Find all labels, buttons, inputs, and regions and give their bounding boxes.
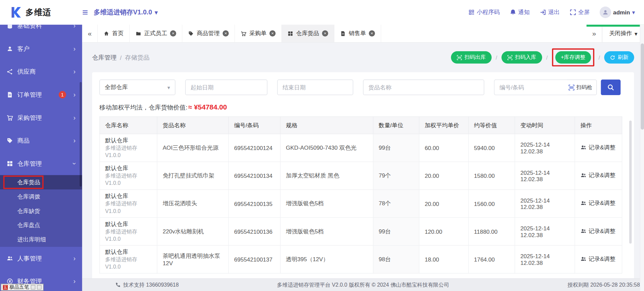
scan-gun-label: 扫码枪 [576, 84, 592, 91]
summary-label: 移动加权平均法，仓库货物价值: [99, 103, 187, 111]
bell-icon [509, 9, 516, 16]
warehouse-submenu: 仓库货品 仓库调拨 仓库缺货 仓库盘点 进出库明细 [0, 175, 82, 247]
sidebar-item-goods[interactable]: 商品 › [0, 129, 82, 152]
sidebar-subitem-warehouse-shortage[interactable]: 仓库缺货 [0, 204, 82, 218]
sidebar-subitem-warehouse-transfer[interactable]: 仓库调拨 [0, 190, 82, 204]
app-title[interactable]: 多维适进销存V1.0.0 ▾ [94, 8, 158, 17]
record-adjust-link[interactable]: 记录&调整 [580, 144, 615, 151]
breadcrumb-parent[interactable]: 仓库管理 [92, 54, 116, 61]
chevron-right-icon: › [73, 45, 76, 53]
user-menu[interactable]: admin ▾ [599, 7, 635, 18]
notifications-label: 通知 [518, 9, 530, 16]
warehouse-sub: 多维适进销存V1.0.0 [105, 172, 151, 187]
barcode-scan-icon [457, 55, 462, 60]
sidebar-item-basic-data[interactable]: 基础资料 › [0, 24, 82, 37]
barcode-scan-icon [507, 55, 513, 60]
end-date-input[interactable] [277, 80, 354, 95]
page-scrollbar[interactable] [640, 24, 644, 291]
sidebar-item-purchasing[interactable]: 采购管理 › [0, 106, 82, 129]
sidebar-subitem-warehouse-stocktake[interactable]: 仓库盘点 [0, 218, 82, 232]
warehouse-select[interactable]: 全部仓库 ▾ [99, 80, 175, 95]
chevron-right-icon: › [73, 278, 76, 285]
tab-close-icon[interactable]: × [170, 30, 176, 37]
tab-warehouse-goods[interactable]: 仓库货品 × [282, 24, 334, 42]
tabs-scroll-left-button[interactable]: « [82, 24, 98, 42]
record-adjust-link[interactable]: 记录&调整 [580, 172, 615, 179]
tab-close-icon[interactable]: × [223, 30, 229, 37]
customer-icon [7, 46, 13, 52]
tab-sales-order[interactable]: 销售单 × [334, 24, 381, 42]
cell-qty: 99台 [373, 134, 419, 162]
tabs-scroll-right-button[interactable]: » [587, 24, 602, 42]
hamburger-menu-icon[interactable]: ≡ [82, 7, 88, 17]
scan-in-label: 扫码入库 [515, 54, 536, 61]
sidebar-subitem-inout-detail[interactable]: 进出库明细 [0, 232, 82, 247]
sidebar-scrollbar[interactable] [80, 82, 82, 187]
sidebar-subitem-label: 仓库盘点 [17, 222, 40, 229]
scan-gun-toggle[interactable]: 扫码枪 [569, 84, 592, 91]
scan-in-button[interactable]: 扫码入库 [501, 51, 542, 64]
stock-adjust-button[interactable]: +库存调整 [555, 51, 591, 64]
people-icon [7, 255, 13, 262]
table-header-row: 仓库名称 货品名称 编号/条码 规格 数量/单位 加权平均单价 约等价值 变动时… [100, 117, 622, 134]
tag-icon [7, 137, 13, 144]
cell-value: 1764.00 [469, 245, 515, 273]
tab-close-icon[interactable]: × [269, 30, 275, 37]
tab-goods-management[interactable]: 商品管理 × [182, 24, 235, 42]
search-button[interactable] [601, 80, 621, 95]
col-time: 变动时间 [515, 117, 575, 134]
tab-home[interactable]: 首页 [98, 24, 130, 42]
start-date-input[interactable] [185, 80, 267, 95]
ime-punctuation-icon[interactable] [31, 285, 35, 289]
tab-close-icon[interactable]: × [322, 30, 328, 37]
cell-warehouse: 默认仓库多维适进销存V1.0.0 [100, 245, 157, 273]
sidebar-item-suppliers[interactable]: 供应商 › [0, 60, 82, 83]
cell-warehouse: 默认仓库多维适进销存V1.0.0 [100, 190, 157, 217]
record-adjust-label: 记录&调整 [589, 200, 615, 207]
username: admin [613, 9, 630, 16]
cell-price: 20.00 [419, 162, 469, 190]
tab-employees[interactable]: 正式员工 × [130, 24, 182, 42]
code-input[interactable] [494, 80, 568, 95]
chevron-right-icon: › [73, 91, 76, 98]
refresh-button[interactable]: 刷新 [604, 51, 634, 64]
people-icon [580, 200, 586, 206]
sidebar-subitem-warehouse-goods[interactable]: 仓库货品 [0, 175, 82, 190]
page-scrollbar-thumb[interactable] [641, 44, 644, 130]
goods-name-input[interactable] [363, 80, 484, 95]
ime-keyboard-icon[interactable] [37, 285, 41, 289]
cart-icon [7, 115, 13, 121]
sidebar-item-label: 商品 [17, 137, 30, 144]
warehouse-goods-card: 全部仓库 ▾ 扫码枪 [92, 72, 634, 279]
tab-purchase-order[interactable]: 采购单 × [235, 24, 282, 42]
annotation-box: +库存调整 [552, 48, 594, 66]
close-operations-dropdown[interactable]: 关闭操作 ▾ [602, 24, 644, 42]
app-title-text: 多维适进销存V1.0.0 [94, 8, 152, 17]
sidebar-item-customers[interactable]: 客户 › [0, 37, 82, 60]
miniprogram-qr-button[interactable]: 小程序码 [468, 9, 500, 16]
record-adjust-link[interactable]: 记录&调整 [580, 200, 615, 207]
fullscreen-button[interactable]: 全屏 [570, 9, 590, 16]
ime-label: 极品五笔 [9, 284, 29, 291]
breadcrumb-separator: / [120, 54, 122, 61]
cell-op: 记录&调整 [575, 245, 622, 273]
record-adjust-link[interactable]: 记录&调整 [580, 227, 615, 235]
sidebar-subitem-label: 仓库缺货 [17, 207, 40, 215]
sidebar-item-warehouse[interactable]: 仓库管理 › [0, 152, 82, 175]
table-scrollbar[interactable] [629, 121, 632, 243]
logout-button[interactable]: 退出 [540, 9, 560, 16]
scan-out-button[interactable]: 扫码出库 [451, 51, 491, 64]
cell-code: 695542100134 [228, 162, 280, 190]
tab-close-icon[interactable]: × [369, 30, 375, 37]
sidebar-item-label: 采购管理 [17, 114, 42, 122]
sidebar-item-orders[interactable]: 订单管理 1 › [0, 83, 82, 106]
record-adjust-link[interactable]: 记录&调整 [580, 256, 615, 263]
fullscreen-label: 全屏 [578, 9, 590, 16]
ime-toolbar[interactable]: 五 极品五笔 [1, 284, 43, 291]
notifications-button[interactable]: 通知 [509, 9, 530, 16]
cell-spec: 增强版银色5档 [280, 218, 373, 245]
sidebar-item-hr[interactable]: 人事管理 › [0, 247, 82, 270]
warehouse-goods-table: 仓库名称 货品名称 编号/条码 规格 数量/单位 加权平均单价 约等价值 变动时… [99, 117, 622, 274]
top-header: 多维适 ≡ 多维适进销存V1.0.0 ▾ 小程序码 通知 退出 全屏 [0, 0, 644, 24]
tag-icon [188, 30, 194, 36]
